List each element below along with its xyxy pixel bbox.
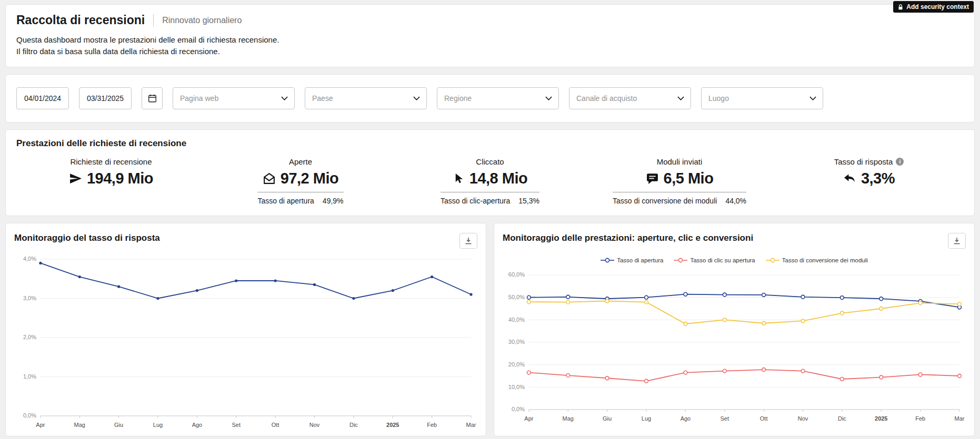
kpi-subrate-value: 15,3%	[518, 197, 539, 205]
date-to-input[interactable]	[79, 87, 132, 109]
svg-text:2,0%: 2,0%	[23, 334, 36, 340]
legend-marker-icon	[766, 258, 779, 263]
legend-label: Tasso di clic su apertura	[690, 257, 755, 263]
purchase-channel-filter-dropdown[interactable]: Canale di acquisto	[569, 87, 691, 109]
kpi-value: 97,2 Mio	[281, 170, 338, 187]
performance-chart-card: Monitoraggio delle prestazioni: aperture…	[494, 223, 975, 436]
chart-title: Monitoraggio del tasso di risposta	[14, 233, 160, 243]
svg-text:Apr: Apr	[36, 421, 45, 427]
calendar-button[interactable]	[142, 87, 163, 109]
kpi-subrate: Tasso di clic-apertura 15,3%	[441, 192, 539, 205]
kpi-subrate: Tasso di conversione dei moduli 44,0%	[613, 192, 746, 205]
kpi-subrate-value: 49,9%	[323, 197, 344, 205]
download-chart-button[interactable]	[948, 233, 966, 249]
response-rate-line-chart: 0,0%1,0%2,0%3,0%4,0%AprMagGiuLugAgoSetOt…	[14, 253, 477, 431]
chevron-down-icon	[413, 96, 420, 100]
kpi-subrate-label: Tasso di clic-apertura	[441, 197, 510, 205]
kpi-label: Moduli inviati	[657, 157, 703, 166]
calendar-icon	[148, 94, 157, 103]
chart-title: Monitoraggio delle prestazioni: aperture…	[503, 233, 753, 243]
svg-text:10,0%: 10,0%	[508, 383, 525, 390]
country-filter-dropdown[interactable]: Paese	[305, 87, 427, 109]
page-title: Raccolta di recensioni	[16, 13, 145, 27]
refresh-frequency-label: Rinnovato giornaliero	[162, 16, 242, 25]
region-filter-dropdown[interactable]: Regione	[437, 87, 559, 109]
location-filter-placeholder: Luogo	[708, 94, 729, 103]
svg-text:Feb: Feb	[427, 421, 437, 427]
region-filter-placeholder: Regione	[444, 94, 472, 103]
response-rate-chart-card: Monitoraggio del tasso di risposta 0,0%1…	[5, 223, 486, 436]
website-filter-dropdown[interactable]: Pagina web	[173, 87, 295, 109]
legend-marker-icon	[601, 258, 614, 263]
purchase-channel-filter-placeholder: Canale di acquisto	[576, 94, 637, 103]
chevron-down-icon	[809, 96, 816, 100]
kpi-subrate-label: Tasso di conversione dei moduli	[613, 197, 717, 205]
kpi-response-rate: Tasso di risposta i 3,3%	[774, 157, 964, 205]
chevron-down-icon	[281, 96, 288, 100]
kpi-label: Aperte	[289, 157, 312, 166]
svg-text:50,0%: 50,0%	[508, 294, 525, 300]
legend-label: Tasso di apertura	[617, 257, 663, 263]
svg-text:60,0%: 60,0%	[508, 271, 525, 278]
info-icon[interactable]: i	[896, 158, 904, 166]
description-line-1: Questa dashboard mostra le prestazioni d…	[16, 34, 964, 46]
chevron-down-icon	[677, 96, 684, 100]
svg-text:Feb: Feb	[915, 415, 925, 421]
svg-text:0,0%: 0,0%	[512, 406, 525, 412]
envelope-open-icon	[263, 172, 276, 185]
svg-text:2025: 2025	[875, 415, 887, 421]
legend-item[interactable]: Tasso di conversione dei moduli	[766, 256, 868, 264]
date-from-input[interactable]	[16, 87, 69, 109]
download-icon	[465, 237, 472, 244]
svg-text:2025: 2025	[386, 421, 399, 427]
title-row: Raccolta di recensioni Rinnovato giornal…	[16, 13, 964, 27]
svg-text:Nov: Nov	[798, 415, 808, 421]
svg-text:Ago: Ago	[681, 415, 691, 421]
svg-text:Mag: Mag	[563, 415, 574, 421]
legend-label: Tasso di conversione dei moduli	[782, 257, 868, 263]
performance-line-chart: 0,0%10,0%20,0%30,0%40,0%50,0%60,0%AprMag…	[503, 269, 966, 424]
svg-text:1,0%: 1,0%	[23, 373, 36, 379]
svg-text:0,0%: 0,0%	[23, 412, 36, 418]
add-security-context-button[interactable]: Add security context	[893, 1, 974, 13]
dashboard-page: Add security context Raccolta di recensi…	[0, 0, 980, 439]
kpi-value: 194,9 Mio	[87, 170, 153, 187]
svg-text:Lug: Lug	[153, 421, 163, 427]
cursor-icon	[453, 172, 465, 185]
kpi-value: 6,5 Mio	[664, 170, 714, 187]
kpi-review-requests: Richieste di recensione 194,9 Mio	[16, 157, 206, 205]
svg-text:Apr: Apr	[524, 415, 533, 421]
header-card: Raccolta di recensioni Rinnovato giornal…	[5, 4, 975, 67]
svg-text:Giu: Giu	[603, 415, 612, 421]
svg-text:Mar: Mar	[955, 415, 965, 421]
download-chart-button[interactable]	[459, 233, 477, 249]
charts-row: Monitoraggio del tasso di risposta 0,0%1…	[5, 223, 975, 436]
kpi-opened: Aperte 97,2 Mio Tasso di apertura 49,9%	[206, 157, 395, 205]
legend-item[interactable]: Tasso di clic su apertura	[674, 256, 755, 264]
download-icon	[953, 237, 961, 244]
description-line-2: Il filtro data si basa sulla data della …	[16, 46, 964, 57]
kpi-label: Cliccato	[476, 157, 504, 166]
legend-marker-icon	[674, 258, 687, 263]
website-filter-placeholder: Pagina web	[180, 94, 218, 103]
svg-text:Lug: Lug	[642, 415, 651, 421]
lock-icon	[898, 4, 903, 10]
reply-icon	[843, 172, 856, 185]
svg-text:Dic: Dic	[349, 421, 358, 427]
dashboard-description: Questa dashboard mostra le prestazioni d…	[16, 34, 964, 57]
svg-text:3,0%: 3,0%	[23, 294, 36, 301]
svg-text:Nov: Nov	[309, 421, 320, 427]
country-filter-placeholder: Paese	[312, 94, 333, 103]
location-filter-dropdown[interactable]: Luogo	[701, 87, 823, 109]
svg-text:Mar: Mar	[466, 421, 476, 427]
kpi-value: 14,8 Mio	[469, 170, 527, 187]
legend-item[interactable]: Tasso di apertura	[601, 256, 663, 264]
comment-icon	[646, 172, 659, 185]
security-badge-label: Add security context	[906, 3, 969, 11]
svg-text:20,0%: 20,0%	[508, 361, 525, 367]
kpi-section-title: Prestazioni delle richieste di recension…	[16, 138, 964, 149]
chevron-down-icon	[545, 96, 552, 100]
kpi-row: Richieste di recensione 194,9 Mio Aperte…	[16, 157, 964, 205]
svg-text:Ago: Ago	[192, 421, 203, 427]
svg-text:30,0%: 30,0%	[508, 339, 525, 345]
